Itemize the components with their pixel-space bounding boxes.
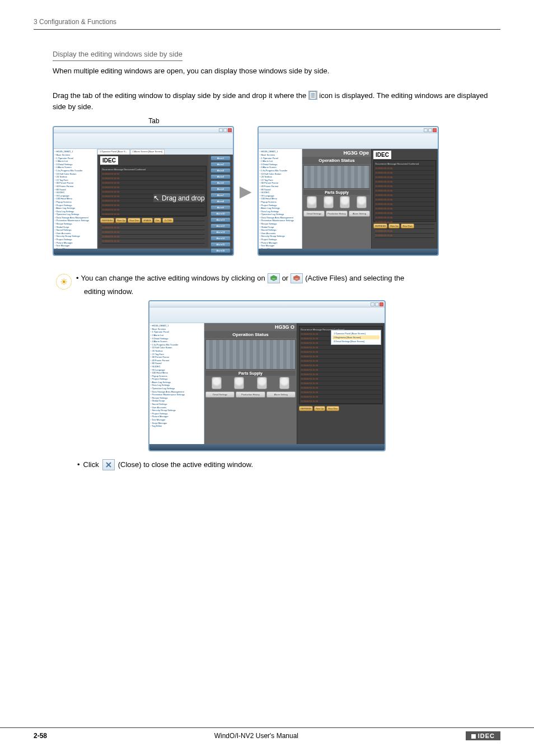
alarm-slot: Alarm15: [210, 242, 231, 247]
drop-target-icon: [308, 91, 317, 100]
operation-image: [303, 165, 370, 189]
hg-title: HG3G Ope: [302, 149, 371, 157]
project-tree: › HG3G_DEMO_1› Base Screens› 1 Operator …: [149, 323, 204, 444]
alarm-slot: Alarm9: [210, 205, 231, 210]
manual-title: WindO/I-NV2 User's Manual: [214, 732, 298, 740]
ribbon-toolbar: [259, 133, 438, 149]
gold-button: Row Dwn: [401, 223, 414, 228]
window-close-icon: [433, 128, 437, 132]
gold-button: Det.: [154, 218, 161, 223]
hand-icon: [279, 377, 289, 389]
window-min-icon: [424, 128, 428, 132]
chapter-heading: 3 Configuration & Functions: [34, 18, 500, 30]
tip-text-a: You can change the active editing window…: [81, 272, 265, 284]
window-max-icon: [428, 128, 432, 132]
svg-rect-0: [310, 91, 316, 99]
operation-status-bar: Operation Status: [302, 157, 371, 164]
tip-lightbulb-icon: ☀: [56, 274, 72, 290]
status-bar: [54, 249, 233, 255]
app-window-menu: › HG3G_DEMO_1› Base Screens› 1 Operator …: [148, 300, 386, 451]
window-title-bar: [259, 127, 438, 133]
bullet-marker: •: [76, 272, 79, 284]
tip-bullet-2: • Click (Close) to close the active edit…: [77, 458, 500, 471]
hand-icon-row: [303, 196, 370, 208]
alarm-slot: Alarm4: [210, 174, 231, 179]
alarm-slot: Alarm1: [210, 156, 231, 161]
app-window-before: › HG3G_DEMO_1› Base Screens› 1 Operator …: [53, 126, 234, 256]
hand-icon: [257, 377, 267, 389]
bullet-marker: •: [77, 458, 80, 471]
grey-button: Alarm Setting: [266, 391, 296, 398]
window-close-icon: [228, 128, 232, 132]
dropdown-item: 1 Operator Panel [Base Screen]: [332, 332, 380, 335]
gold-button: REFRESH: [100, 218, 114, 223]
alarm-slot: Alarm7: [210, 193, 231, 198]
arrow-right-icon: ▶: [240, 182, 252, 200]
gold-button: CLOSE: [162, 218, 174, 223]
tip-bullet-1: • You can change the active editing wind…: [76, 272, 500, 284]
alarm-slot: Alarm13: [210, 230, 231, 235]
editor-tab-strip: 1 Operator Panel [Base S… 2 Alarm Screen…: [97, 149, 233, 155]
tip-text-c: editing window.: [84, 285, 500, 298]
tip-text-b: (Active Files) and selecting the: [305, 272, 404, 284]
status-bar: [259, 249, 438, 255]
grey-button: Production History: [236, 391, 265, 398]
editor-tab: 1 Operator Panel [Base S…: [97, 149, 130, 155]
gold-button: REFRESH: [299, 406, 313, 411]
instruction-paragraph: Drag the tab of the editing window to di…: [53, 90, 500, 113]
tree-item: › Tag Editor: [151, 424, 203, 428]
alarm-slot-column: Alarm1Alarm2Alarm3Alarm4Alarm5Alarm6Alar…: [209, 155, 232, 248]
operation-status-bar: Operation Status: [204, 331, 297, 338]
close-icon: [102, 459, 115, 470]
editor-canvas: 1 Operator Panel [Base S… 2 Alarm Screen…: [97, 149, 233, 249]
idec-footer-logo: IDEC: [466, 731, 500, 740]
ribbon-toolbar: [149, 307, 385, 323]
hand-icon: [340, 196, 350, 208]
close-text-a: Click: [83, 458, 99, 471]
active-files-green-icon: [268, 273, 280, 283]
grey-button: Alarm Setting: [349, 211, 370, 217]
project-tree: › HG3G_DEMO_1› Base Screens› 1 Operator …: [259, 149, 302, 249]
page-number: 2-58: [34, 732, 47, 740]
alarm-slot: Alarm6: [210, 186, 231, 192]
grey-button: Detail Settings: [205, 391, 235, 398]
editor-canvas-split: HG3G O Operation Status Parts Supply Det…: [204, 323, 385, 444]
tree-item: › Script Manager: [55, 248, 96, 249]
hand-icon: [324, 196, 334, 208]
hg-title: HG3G O: [204, 323, 297, 331]
hand-icon: [234, 377, 244, 389]
tip-text-or: or: [282, 272, 289, 284]
gold-button: Row Dwn: [128, 218, 140, 223]
section-title: Display the editing windows side by side: [53, 50, 182, 61]
figure-side-by-side: › HG3G_DEMO_1› Base Screens› 1 Operator …: [53, 126, 500, 256]
hand-icon: [357, 196, 367, 208]
intro-paragraph: When multiple editing windows are open, …: [53, 66, 500, 77]
alarm-table: Occurrence Message Recovered Confirmed20…: [100, 166, 207, 216]
alarm-slot: Alarm2: [210, 162, 231, 167]
project-tree: › HG3G_DEMO_1› Base Screens› 1 Operator …: [54, 149, 97, 249]
gold-button-row: REFRESHRow UpRow DwnERASEDet.CLOSE: [100, 218, 207, 223]
window-title-bar: [54, 127, 233, 133]
alarm-slot: Alarm8: [210, 199, 231, 204]
alarm-slot: Alarm3: [210, 168, 231, 173]
alarm-slot: Alarm16: [210, 248, 231, 253]
tab-callout-label: Tab: [129, 117, 179, 125]
grey-button-row: Detail SettingsProduction HistoryAlarm S…: [302, 209, 371, 218]
window-title-bar: [149, 301, 385, 307]
gold-button: Row Up: [115, 218, 127, 223]
editor-canvas-split: HG3G Ope Operation Status Parts Supply D…: [302, 149, 438, 249]
hand-icon-row: [205, 377, 296, 389]
instruction-text-a: Drag the tab of the editing window to di…: [53, 91, 308, 100]
gold-button: Row Up: [314, 406, 325, 411]
window-min-icon: [219, 128, 223, 132]
status-bar: [149, 444, 385, 450]
gold-button-row: REFRESHRow UpRow Dwn: [299, 406, 383, 411]
operation-image: [205, 339, 296, 370]
dropdown-item: 2 Brightness [Base Screen]: [332, 335, 380, 339]
alarm-slot: Alarm11: [210, 217, 231, 222]
alarm-table: Occurrence Message Recovered Confirmed20…: [373, 160, 436, 222]
close-text-b: (Close) to close the active editing wind…: [118, 458, 253, 471]
gold-button-row: REFRESHRow UpRow Dwn: [373, 223, 436, 228]
ribbon-toolbar: [54, 133, 233, 149]
grey-button: Detail Settings: [303, 211, 325, 217]
